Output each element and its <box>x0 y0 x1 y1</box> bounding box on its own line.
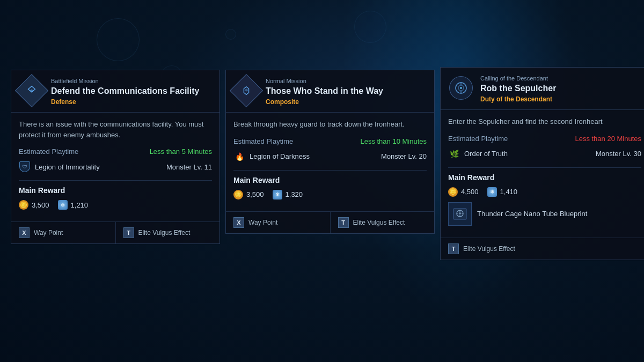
card-1-monster-level: Monster Lv. 11 <box>166 163 212 171</box>
card-3-icon <box>448 75 474 101</box>
waypoint-key: X <box>19 227 30 238</box>
vulgus-key: T <box>123 227 134 238</box>
card-3-footer: T Elite Vulgus Effect <box>441 238 644 260</box>
card-3-body: Enter the Sepulcher and find the second … <box>441 110 644 238</box>
card-3-playtime-value: Less than 20 Minutes <box>575 135 641 143</box>
card-3-reward-row: 🪙 4,500 ❄ 1,410 <box>448 187 641 197</box>
mission-card-3: Calling of the Descendant Rob the Sepulc… <box>440 67 644 260</box>
card-1-faction-icon: 🛡 <box>19 161 31 173</box>
card-3-header-text: Calling of the Descendant Rob the Sepulc… <box>480 75 641 103</box>
card-2-playtime-value: Less than 10 Minutes <box>360 137 427 145</box>
card-1-divider <box>19 180 212 181</box>
card-3-reward-title: Main Reward <box>448 173 641 182</box>
vulgus-label-3: Elite Vulgus Effect <box>463 245 515 253</box>
card-1-reward-row: 🪙 3,500 ❄ 1,210 <box>19 200 212 210</box>
card-1-faction-row: 🛡 Legion of Immortality Monster Lv. 11 <box>19 161 212 173</box>
card-3-mission-type: Calling of the Descendant <box>480 75 641 82</box>
mission-card-2: Normal Mission Those Who Stand in the Wa… <box>225 70 435 234</box>
battlefield-icon-diamond <box>15 74 48 107</box>
card-2-tag: Composite <box>266 98 427 106</box>
svg-point-11 <box>459 212 461 215</box>
svg-marker-3 <box>244 88 248 92</box>
card-2-vulgus-btn[interactable]: T Elite Vulgus Effect <box>330 212 435 233</box>
card-2-reward-title: Main Reward <box>233 176 427 184</box>
card-3-faction-info: 🌿 Order of Truth <box>448 148 508 160</box>
waypoint-label-2: Way Point <box>248 219 277 226</box>
card-1-body: There is an issue with the communication… <box>11 113 219 221</box>
card-3-monster-level: Monster Lv. 30 <box>596 150 641 158</box>
card-2-header-text: Normal Mission Those Who Stand in the Wa… <box>266 78 427 106</box>
flame-icon: 🔥 <box>234 151 245 162</box>
card-3-gold-amount: 4,500 <box>461 188 479 196</box>
card-3-mission-name: Rob the Sepulcher <box>480 83 641 93</box>
card-2-gold-amount: 3,500 <box>246 190 264 198</box>
card-1-playtime-value: Less than 5 Minutes <box>150 147 212 156</box>
card-1-header-text: Battlefield Mission Defend the Communica… <box>51 78 212 106</box>
card-1-footer: X Way Point T Elite Vulgus Effect <box>11 221 219 243</box>
card-2-mission-name: Those Who Stand in the Way <box>266 86 427 96</box>
card-1-waypoint-btn[interactable]: X Way Point <box>11 222 115 243</box>
card-2-faction-info: 🔥 Legion of Darkness <box>233 151 310 162</box>
descendant-icon-svg <box>453 80 469 95</box>
gold-icon-3: 🪙 <box>448 187 458 197</box>
crystal-icon-3: ❄ <box>487 187 497 197</box>
card-2-gold-reward: 🪙 3,500 <box>233 190 264 200</box>
waypoint-key-2: X <box>233 217 244 228</box>
card-1-tag: Defense <box>51 98 212 106</box>
card-3-gold-reward: 🪙 4,500 <box>448 187 479 197</box>
card-2-monster-level: Monster Lv. 20 <box>381 152 427 160</box>
card-3-tag: Duty of the Descendant <box>480 95 641 103</box>
card-3-faction-icon: 🌿 <box>448 148 460 160</box>
card-2-crystal-reward: ❄ 1,320 <box>273 190 303 200</box>
blueprint-svg <box>452 206 468 222</box>
card-3-vulgus-btn[interactable]: T Elite Vulgus Effect <box>441 238 644 260</box>
card-2-playtime-row: Estimated Playtime Less than 10 Minutes <box>233 137 427 145</box>
descendant-icon-circle <box>449 76 473 100</box>
card-2-icon <box>233 78 259 104</box>
card-1-crystal-amount: 1,210 <box>71 201 89 209</box>
card-2-body: Break through heavy guard to track down … <box>226 113 434 211</box>
card-2-crystal-amount: 1,320 <box>286 190 303 198</box>
card-2-mission-type: Normal Mission <box>266 78 427 84</box>
card-1-crystal-reward: ❄ 1,210 <box>58 200 89 210</box>
card-1-playtime-label: Estimated Playtime <box>19 147 78 156</box>
cards-container: Battlefield Mission Defend the Communica… <box>0 0 644 362</box>
vulgus-key-2: T <box>338 217 349 228</box>
crystal-icon: ❄ <box>58 200 68 210</box>
card-1-reward-title: Main Reward <box>19 186 212 195</box>
card-1-gold-reward: 🪙 3,500 <box>19 200 49 210</box>
crystal-icon-2: ❄ <box>273 190 282 200</box>
card-2-playtime-label: Estimated Playtime <box>233 137 293 145</box>
vulgus-key-3: T <box>448 243 459 254</box>
card-3-crystal-amount: 1,410 <box>500 188 518 196</box>
card-1-description: There is an issue with the communication… <box>19 119 212 140</box>
svg-marker-1 <box>30 89 33 92</box>
leaf-icon: 🌿 <box>449 149 459 159</box>
card-2-waypoint-btn[interactable]: X Way Point <box>226 212 330 233</box>
card-1-vulgus-btn[interactable]: T Elite Vulgus Effect <box>115 222 220 243</box>
card-1-faction-name: Legion of Immortality <box>35 163 100 171</box>
normal-icon-svg <box>240 85 252 97</box>
card-2-faction-row: 🔥 Legion of Darkness Monster Lv. 20 <box>233 151 427 162</box>
card-3-divider <box>448 167 641 168</box>
blueprint-icon <box>448 202 472 226</box>
vulgus-label: Elite Vulgus Effect <box>138 229 191 237</box>
gold-icon-2: 🪙 <box>233 190 243 200</box>
mission-card-1: Battlefield Mission Defend the Communica… <box>11 70 220 244</box>
card-2-faction-icon: 🔥 <box>233 151 245 162</box>
waypoint-label: Way Point <box>34 229 63 237</box>
card-1-header: Battlefield Mission Defend the Communica… <box>11 70 219 113</box>
card-1-icon <box>19 78 45 104</box>
card-3-crystal-reward: ❄ 1,410 <box>487 187 518 197</box>
card-3-header: Calling of the Descendant Rob the Sepulc… <box>441 68 644 110</box>
battlefield-icon-svg <box>26 85 38 97</box>
card-1-gold-amount: 3,500 <box>32 201 49 209</box>
shield-icon: 🛡 <box>19 161 30 172</box>
card-2-reward-row: 🪙 3,500 ❄ 1,320 <box>233 190 427 200</box>
svg-point-6 <box>460 87 462 89</box>
card-3-faction-row: 🌿 Order of Truth Monster Lv. 30 <box>448 148 641 160</box>
card-3-faction-name: Order of Truth <box>464 150 508 158</box>
card-2-header: Normal Mission Those Who Stand in the Wa… <box>226 70 434 113</box>
card-1-playtime-row: Estimated Playtime Less than 5 Minutes <box>19 147 212 156</box>
gold-icon: 🪙 <box>19 200 28 210</box>
